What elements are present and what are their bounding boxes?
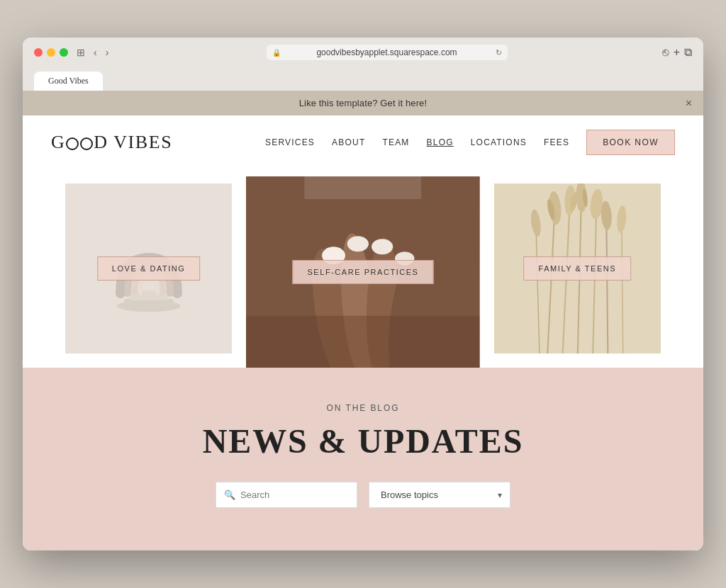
nav-link-locations[interactable]: LOCATIONS <box>471 137 527 147</box>
nav-link-blog[interactable]: BLOG <box>427 137 454 147</box>
blog-section: ON THE BLOG NEWS & UPDATES 🔍 Browse topi… <box>23 368 703 550</box>
topics-dropdown-wrap: Browse topics ▾ <box>369 482 510 508</box>
fullscreen-traffic-light[interactable] <box>60 48 68 57</box>
refresh-icon[interactable]: ↻ <box>496 48 502 57</box>
nav-item-team[interactable]: TEAM <box>382 137 409 147</box>
sidebar-toggle-button[interactable]: ⊞ <box>74 45 88 60</box>
forward-button[interactable]: › <box>103 45 112 60</box>
browser-tab[interactable]: Good Vibes <box>34 72 103 91</box>
announcement-bar: Like this template? Get it here! × <box>23 91 703 115</box>
browser-actions: ⎋ + ⧉ <box>662 46 692 59</box>
nav-link-team[interactable]: TEAM <box>382 137 409 147</box>
blog-subtitle: ON THE BLOG <box>51 403 675 413</box>
back-button[interactable]: ‹ <box>91 45 100 60</box>
family-teens-label[interactable]: FAMILY & TEENS <box>524 256 632 281</box>
category-card-love-dating[interactable]: LOVE & DATING <box>65 183 232 354</box>
nav-link-fees[interactable]: FEES <box>544 137 569 147</box>
navbar: GD VIBES SERVICES ABOUT TEAM BLOG LOCATI… <box>23 115 703 169</box>
blog-search-row: 🔍 Browse topics ▾ <box>51 482 675 508</box>
share-button[interactable]: ⎋ <box>662 46 669 59</box>
browser-window: ⊞ ‹ › 🔒 ↻ ⎋ + ⧉ Good Vibes <box>23 38 703 550</box>
family-teens-image: FAMILY & TEENS <box>494 183 661 354</box>
svg-point-9 <box>347 236 369 251</box>
nav-link-services[interactable]: SERVICES <box>265 137 315 147</box>
search-input[interactable] <box>216 482 357 508</box>
category-card-self-care[interactable]: SELF-CARE PRACTICES <box>246 176 479 368</box>
svg-rect-12 <box>246 316 479 368</box>
blog-categories-section: LOVE & DATING <box>23 169 703 368</box>
announcement-text: Like this template? Get it here! <box>299 98 427 108</box>
browser-chrome: ⊞ ‹ › 🔒 ↻ ⎋ + ⧉ Good Vibes <box>23 38 703 91</box>
book-now-button[interactable]: BOOK NOW <box>586 130 675 155</box>
nav-link-about[interactable]: ABOUT <box>332 137 365 147</box>
nav-links: SERVICES ABOUT TEAM BLOG LOCATIONS FEES … <box>265 130 675 155</box>
blog-title: NEWS & UPDATES <box>51 422 675 460</box>
minimize-traffic-light[interactable] <box>47 48 55 57</box>
self-care-image: SELF-CARE PRACTICES <box>246 176 479 368</box>
categories-grid: LOVE & DATING <box>65 183 661 368</box>
nav-item-locations[interactable]: LOCATIONS <box>471 137 527 147</box>
self-care-label[interactable]: SELF-CARE PRACTICES <box>292 260 433 284</box>
nav-item-about[interactable]: ABOUT <box>332 137 365 147</box>
svg-point-10 <box>372 239 393 254</box>
nav-item-blog[interactable]: BLOG <box>427 137 454 147</box>
address-bar[interactable] <box>267 45 508 60</box>
close-traffic-light[interactable] <box>34 48 43 57</box>
tabs-button[interactable]: ⧉ <box>684 46 692 59</box>
nav-item-fees[interactable]: FEES <box>544 137 569 147</box>
search-icon: 🔍 <box>224 490 235 501</box>
category-card-family-teens[interactable]: FAMILY & TEENS <box>494 183 661 354</box>
site-logo[interactable]: GD VIBES <box>51 132 172 153</box>
new-tab-button[interactable]: + <box>674 46 680 59</box>
love-dating-image: LOVE & DATING <box>65 183 232 354</box>
svg-rect-13 <box>305 176 422 199</box>
tab-label: Good Vibes <box>48 76 89 86</box>
announcement-close-button[interactable]: × <box>686 98 692 109</box>
topics-dropdown[interactable]: Browse topics <box>369 482 510 508</box>
nav-item-services[interactable]: SERVICES <box>265 137 315 147</box>
nav-item-book-now[interactable]: BOOK NOW <box>586 130 675 155</box>
lock-icon: 🔒 <box>272 49 281 57</box>
search-input-wrap: 🔍 <box>216 482 357 508</box>
love-dating-label[interactable]: LOVE & DATING <box>97 256 201 281</box>
traffic-lights <box>34 48 68 57</box>
website-content: Like this template? Get it here! × GD VI… <box>23 91 703 550</box>
